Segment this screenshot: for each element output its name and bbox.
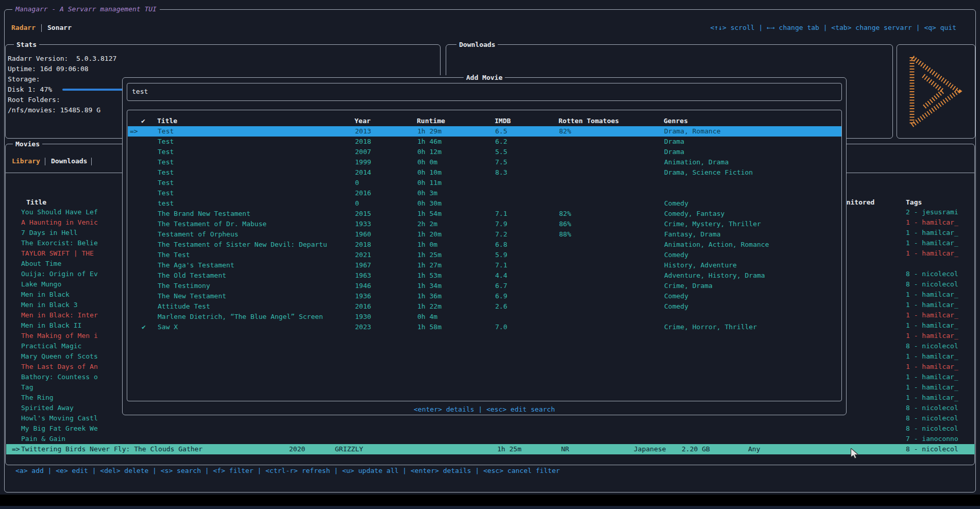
- result-rotten-tomatoes: 88%: [559, 229, 571, 240]
- result-title: The Testimony: [158, 281, 210, 291]
- movie-tags: 1 - hamilcar_: [906, 393, 958, 403]
- selected-movie-size: 2.20 GB: [682, 444, 710, 454]
- result-title: test: [158, 198, 174, 209]
- result-title: The New Testament: [158, 291, 226, 301]
- search-result-row[interactable]: The Testament of Dr. Mabuse 1933 2h 2m 7…: [128, 219, 841, 229]
- result-runtime: 2h 2m: [417, 219, 437, 229]
- search-result-row[interactable]: The Test 2021 1h 25m 5.9 Comedy: [128, 250, 841, 260]
- movie-title: Lake Mungo: [21, 279, 61, 290]
- selected-movie-row[interactable]: => Twittering Birds Never Fly: The Cloud…: [6, 444, 975, 454]
- movies-header-tags: Tags: [906, 197, 922, 208]
- movie-tags: 1 - hamilcar_: [906, 248, 958, 259]
- result-runtime: 1h 46m: [417, 137, 442, 147]
- downloads-panel-title: Downloads: [457, 40, 498, 50]
- result-genres: Adventure, History, Drama: [664, 270, 765, 281]
- result-imdb: 6.7: [495, 281, 507, 291]
- search-result-row[interactable]: Test 1999 0h 0m 7.5 Animation, Drama: [128, 157, 841, 167]
- selected-movie-title: Twittering Birds Never Fly: The Clouds G…: [21, 444, 202, 454]
- result-runtime: 1h 25m: [417, 250, 442, 260]
- movie-title: The Ring: [21, 393, 54, 403]
- result-genres: Comedy: [664, 250, 688, 260]
- global-keybindings: <↑↓> scroll | ←→ change tab | <tab> chan…: [711, 23, 956, 33]
- result-runtime: 1h 54m: [417, 209, 442, 219]
- search-result-row[interactable]: The Testament of Sister New Devil: Depar…: [128, 240, 841, 250]
- tab-sonarr[interactable]: Sonarr: [47, 23, 72, 33]
- screen-bottom-bar: [0, 506, 980, 509]
- result-year: 2014: [355, 167, 371, 178]
- search-result-row[interactable]: Test 2007 0h 12m 5.5 Drama: [128, 147, 841, 157]
- result-genres: Drama: [664, 147, 684, 157]
- search-result-row[interactable]: Test 2014 0h 10m 8.3 Drama, Science Fict…: [128, 167, 841, 178]
- movie-title: Men in Black 3: [21, 300, 78, 310]
- search-result-row[interactable]: The New Testament 1936 1h 36m 6.9 Comedy: [128, 291, 841, 301]
- result-runtime: 1h 53m: [417, 270, 442, 281]
- logo-panel: [897, 44, 975, 139]
- search-input[interactable]: test: [127, 83, 842, 101]
- search-result-row[interactable]: Test 2016 0h 3m: [128, 188, 841, 198]
- result-year: 2023: [355, 322, 371, 332]
- result-imdb: 5.5: [495, 147, 507, 157]
- storage-label: Storage:: [8, 74, 40, 84]
- result-runtime: 0h 4m: [417, 312, 437, 322]
- search-result-row[interactable]: Test 0 0h 11m: [128, 178, 841, 188]
- results-header-year: Year: [354, 116, 370, 126]
- result-title: The Old Testament: [158, 270, 226, 281]
- tab-radarr[interactable]: Radarr: [11, 23, 36, 33]
- result-genres: Crime, Mystery, Thriller: [664, 219, 761, 229]
- search-result-row[interactable]: Test 2018 1h 46m 6.2 Drama: [128, 137, 841, 147]
- search-result-row[interactable]: The Testimony 1946 1h 34m 6.7 Crime, Dra…: [128, 281, 841, 291]
- search-result-row[interactable]: Attitude Test 2016 1h 22m 2.6 Comedy: [128, 301, 841, 312]
- result-genres: Animation, Action, Romance: [664, 240, 769, 250]
- movie-title: Howl's Moving Castl: [21, 413, 98, 423]
- result-imdb: 4.4: [495, 270, 507, 281]
- search-result-row[interactable]: Testament of Orpheus 1960 1h 20m 7.2 88%…: [128, 229, 841, 240]
- movie-title: The Last Days of An: [21, 362, 98, 372]
- selected-movie-tags: 8 - nicolecol: [906, 444, 958, 454]
- movie-title: Tag: [21, 382, 33, 393]
- search-result-row[interactable]: => Test 2013 1h 29m 6.5 82% Drama, Roman…: [128, 126, 841, 137]
- movie-title: Practical Magic: [21, 341, 81, 351]
- search-value: test: [132, 87, 148, 97]
- movie-title: TAYLOR SWIFT | THE: [21, 248, 94, 259]
- result-title: Test: [158, 157, 174, 167]
- movie-tags: 8 - nicolecol: [906, 403, 958, 413]
- managarr-app: Managarr - A Servarr management TUI Rada…: [0, 0, 980, 495]
- movie-title: Mary Queen of Scots: [21, 351, 98, 362]
- search-result-row[interactable]: test 0 0h 30m Comedy: [128, 198, 841, 209]
- movie-tags: 1 - hamilcar_: [906, 228, 958, 238]
- selected-movie-studio: GRIZZLY: [335, 444, 363, 454]
- movie-tags: 8 - nicolecol: [906, 423, 958, 434]
- servarr-tab-divider: [41, 24, 42, 32]
- tab-downloads[interactable]: Downloads: [51, 156, 87, 166]
- stats-version: Radarr Version: 5.0.3.8127: [8, 54, 116, 64]
- result-runtime: 1h 36m: [417, 291, 442, 301]
- results-header-runtime: Runtime: [417, 116, 445, 126]
- result-imdb: 6.5: [495, 126, 507, 137]
- result-year: 0: [355, 198, 359, 209]
- result-title: Test: [158, 147, 174, 157]
- result-year: 1936: [355, 291, 371, 301]
- search-result-row[interactable]: ✔ Saw X 2023 1h 58m 7.0 Crime, Horror, T…: [128, 322, 841, 332]
- search-result-row[interactable]: The Aga's Testament 1967 1h 27m 7.1 Hist…: [128, 260, 841, 270]
- selected-movie-certification: NR: [561, 444, 569, 454]
- movie-title: Men in Black: [21, 290, 70, 300]
- tab-library[interactable]: Library: [12, 156, 40, 166]
- result-year: 2013: [355, 126, 371, 137]
- result-runtime: 1h 0m: [417, 240, 437, 250]
- results-header-imdb: IMDB: [495, 116, 511, 126]
- search-result-row[interactable]: The Old Testament 1963 1h 53m 4.4 Advent…: [128, 270, 841, 281]
- result-genres: Drama, Science Fiction: [664, 167, 753, 178]
- search-result-row[interactable]: The Brand New Testament 2015 1h 54m 7.1 …: [128, 209, 841, 219]
- movie-tags: 8 - nicolecol: [906, 413, 958, 423]
- result-imdb: 5.9: [495, 250, 507, 260]
- search-results-table: ✔ Title Year Runtime IMDB Rotten Tomatoe…: [127, 110, 842, 401]
- movie-title: Spirited Away: [21, 403, 74, 413]
- result-runtime: 1h 34m: [417, 281, 442, 291]
- result-title: Testament of Orpheus: [158, 229, 239, 240]
- search-result-row[interactable]: Marlene Dietrich, “The Blue Angel” Scree…: [128, 312, 841, 322]
- result-year: 2016: [355, 188, 371, 198]
- result-genres: Comedy, Fantasy: [664, 209, 724, 219]
- results-header-title: Title: [157, 116, 177, 126]
- result-year: 2007: [355, 147, 371, 157]
- result-title: The Testament of Dr. Mabuse: [158, 219, 266, 229]
